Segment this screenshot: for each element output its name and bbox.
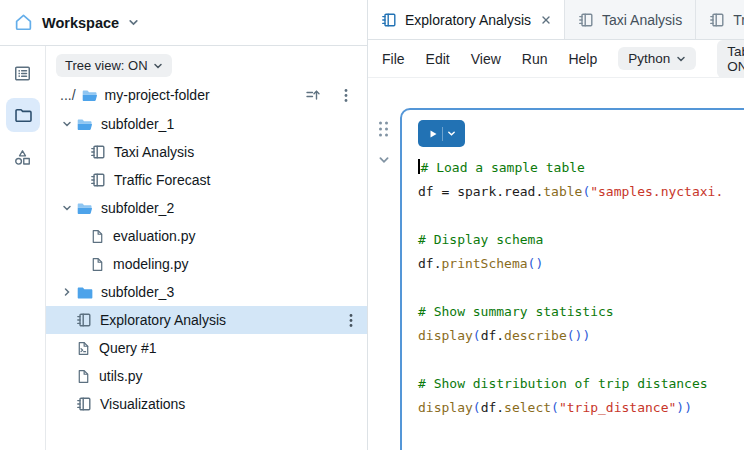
menu-item-view[interactable]: View [471,51,501,67]
tree-item-utils-py[interactable]: utils.py [46,362,367,390]
file-tree-panel: Tree view: ON .../ my-project-folder [46,46,367,450]
tree-item-subfolder-2[interactable]: subfolder_2 [46,194,367,222]
notebook-canvas: # Load a sample tabledf = spark.read.tab… [368,78,744,450]
code-line [418,420,744,444]
chevron-down-icon[interactable] [58,203,76,213]
tree-item-label: Traffic Forecast [114,172,210,188]
editor-tab-strip: Exploratory AnalysisTaxi AnalysisTraffic… [368,0,744,40]
tab-taxi-analysis[interactable]: Taxi Analysis [565,0,696,39]
notebook-icon [578,12,594,28]
file-icon [90,229,105,244]
editor-panel: Exploratory AnalysisTaxi AnalysisTraffic… [368,0,744,450]
workspace-chevron-down-icon[interactable] [128,17,139,28]
rail-item-objects-panel[interactable] [6,140,40,174]
tree-root-row[interactable]: .../ my-project-folder [46,80,367,110]
folder-open-icon [81,87,98,104]
tree-item-query-1[interactable]: Query #1 [46,334,367,362]
code-line: # Show distribution of trip distances [418,372,744,396]
code-line: # Display schema [418,228,744,252]
tree-item-traffic-forecast[interactable]: Traffic Forecast [46,166,367,194]
notebook-icon [381,12,397,28]
tree-item-taxi-analysis[interactable]: Taxi Analysis [46,138,367,166]
chevron-right-icon[interactable] [58,287,76,297]
rail-item-browser-panel[interactable] [6,56,40,90]
code-line: df = spark.read.table("samples.nyctaxi. [418,180,744,204]
tree-item-label: subfolder_3 [101,284,174,300]
play-icon [428,129,438,139]
folder-open-icon [76,116,93,133]
tree-view-toggle[interactable]: Tree view: ON [56,54,172,77]
tab-label: Taxi Analysis [602,12,682,28]
sidebar-header: Workspace [0,0,367,46]
tree-item-subfolder-1[interactable]: subfolder_1 [46,110,367,138]
notebook-menu-bar: FileEditViewRunHelpPythonTabs: ON [368,40,744,78]
drag-handle-icon[interactable] [377,120,390,138]
chevron-down-icon [153,61,163,71]
code-line: display(df.select("trip_distance")) [418,396,744,420]
menu-item-help[interactable]: Help [568,51,597,67]
tree-item-label: modeling.py [113,256,189,272]
workspace-sidebar: Workspace Tree view: ON .../ [0,0,368,450]
tab-traffic-forecast[interactable]: Traffic Forecast [696,0,744,39]
code-line [418,276,744,300]
tree-item-modeling-py[interactable]: modeling.py [46,250,367,278]
code-line: display(df.describe()) [418,324,744,348]
notebook-icon [90,172,106,188]
code-line: # Show summary statistics [418,300,744,324]
sort-icon[interactable] [305,87,321,103]
tab-label: Exploratory Analysis [405,12,531,28]
app-window: Workspace Tree view: ON .../ [0,0,744,450]
home-icon [14,13,33,32]
pill-tabs-on[interactable]: Tabs: ON [717,40,744,78]
notebook-icon [76,312,92,328]
collapse-cell-chevron-icon[interactable] [378,154,390,166]
code-line: df.printSchema() [418,252,744,276]
tree-root-path-prefix: .../ [60,87,76,103]
cell-gutter [377,120,390,166]
kebab-menu-icon[interactable] [344,88,348,103]
workspace-title: Workspace [42,15,119,31]
rail-item-workspace-folders[interactable] [6,98,40,132]
pill-label: Tabs: ON [727,44,744,74]
tree-root-actions [305,87,355,103]
tab-exploratory-analysis[interactable]: Exploratory Analysis [368,0,565,40]
pill-python[interactable]: Python [618,47,696,70]
tree-item-subfolder-3[interactable]: subfolder_3 [46,278,367,306]
notebook-icon [709,12,725,28]
tree-item-label: subfolder_2 [101,200,174,216]
chevron-down-icon[interactable] [58,119,76,129]
tab-label: Traffic Forecast [733,12,744,28]
notebook-icon [76,396,92,412]
pill-label: Python [628,51,670,66]
folder-open-icon [76,200,93,217]
tree-items: subfolder_1Taxi AnalysisTraffic Forecast… [46,110,367,418]
folder-outline-icon [14,106,32,124]
tree-item-label: Visualizations [100,396,185,412]
run-button-divider [442,127,443,141]
code-editor[interactable]: # Load a sample tabledf = spark.read.tab… [418,156,744,450]
file-icon [90,257,105,272]
tree-item-label: Taxi Analysis [114,144,194,160]
tree-item-label: utils.py [99,368,143,384]
notebook-icon [90,144,106,160]
close-tab-icon[interactable] [541,15,551,25]
kebab-menu-icon[interactable] [349,313,353,328]
run-cell-button[interactable] [418,120,465,147]
tree-item-exploratory-analysis[interactable]: Exploratory Analysis [46,306,367,334]
shapes-icon [13,148,32,167]
notebook-cell[interactable]: # Load a sample tabledf = spark.read.tab… [400,108,744,450]
code-line [418,348,744,372]
code-line: # Count trips by payment type [418,444,744,450]
tree-item-visualizations[interactable]: Visualizations [46,390,367,418]
menu-item-file[interactable]: File [382,51,405,67]
icon-rail [0,46,46,450]
sidebar-body: Tree view: ON .../ my-project-folder [0,46,367,450]
run-options-chevron-icon [447,129,456,138]
menu-item-edit[interactable]: Edit [426,51,450,67]
code-line [418,204,744,228]
tree-item-evaluation-py[interactable]: evaluation.py [46,222,367,250]
tree-item-label: Exploratory Analysis [100,312,226,328]
menu-item-run[interactable]: Run [522,51,548,67]
folder-closed-icon [76,284,93,301]
tree-item-label: Query #1 [99,340,157,356]
